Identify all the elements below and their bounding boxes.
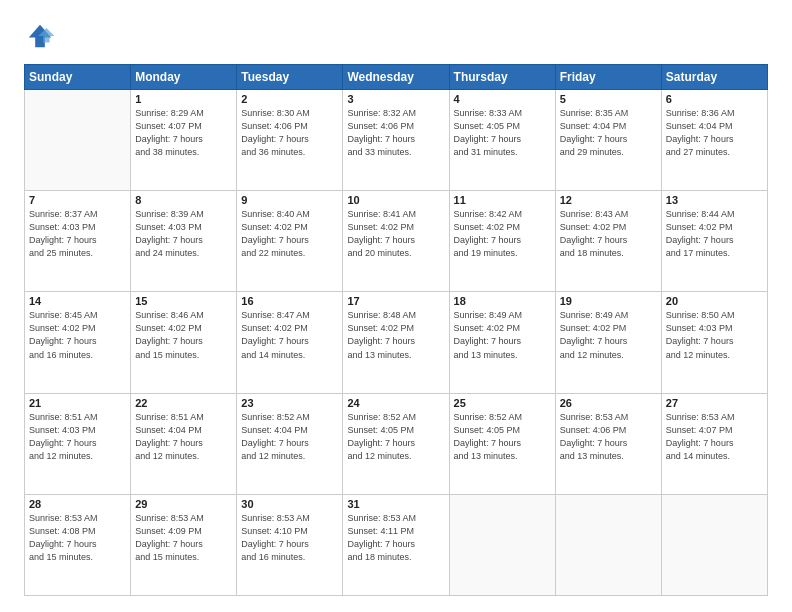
calendar-cell: 29Sunrise: 8:53 AM Sunset: 4:09 PM Dayli…: [131, 494, 237, 595]
day-info: Sunrise: 8:46 AM Sunset: 4:02 PM Dayligh…: [135, 309, 232, 361]
day-number: 8: [135, 194, 232, 206]
calendar-week-2: 7Sunrise: 8:37 AM Sunset: 4:03 PM Daylig…: [25, 191, 768, 292]
calendar-cell: 15Sunrise: 8:46 AM Sunset: 4:02 PM Dayli…: [131, 292, 237, 393]
day-number: 11: [454, 194, 551, 206]
weekday-header-friday: Friday: [555, 65, 661, 90]
day-info: Sunrise: 8:32 AM Sunset: 4:06 PM Dayligh…: [347, 107, 444, 159]
day-info: Sunrise: 8:52 AM Sunset: 4:04 PM Dayligh…: [241, 411, 338, 463]
calendar-cell: 24Sunrise: 8:52 AM Sunset: 4:05 PM Dayli…: [343, 393, 449, 494]
logo-icon: [24, 20, 56, 52]
calendar-cell: 25Sunrise: 8:52 AM Sunset: 4:05 PM Dayli…: [449, 393, 555, 494]
calendar-cell: 4Sunrise: 8:33 AM Sunset: 4:05 PM Daylig…: [449, 90, 555, 191]
day-info: Sunrise: 8:53 AM Sunset: 4:10 PM Dayligh…: [241, 512, 338, 564]
calendar-cell: 23Sunrise: 8:52 AM Sunset: 4:04 PM Dayli…: [237, 393, 343, 494]
calendar-cell: 6Sunrise: 8:36 AM Sunset: 4:04 PM Daylig…: [661, 90, 767, 191]
day-number: 23: [241, 397, 338, 409]
day-number: 20: [666, 295, 763, 307]
weekday-header-thursday: Thursday: [449, 65, 555, 90]
day-number: 28: [29, 498, 126, 510]
calendar-cell: 8Sunrise: 8:39 AM Sunset: 4:03 PM Daylig…: [131, 191, 237, 292]
day-info: Sunrise: 8:48 AM Sunset: 4:02 PM Dayligh…: [347, 309, 444, 361]
calendar-cell: 20Sunrise: 8:50 AM Sunset: 4:03 PM Dayli…: [661, 292, 767, 393]
day-number: 26: [560, 397, 657, 409]
calendar-cell: 7Sunrise: 8:37 AM Sunset: 4:03 PM Daylig…: [25, 191, 131, 292]
day-number: 29: [135, 498, 232, 510]
day-number: 19: [560, 295, 657, 307]
calendar-week-3: 14Sunrise: 8:45 AM Sunset: 4:02 PM Dayli…: [25, 292, 768, 393]
day-info: Sunrise: 8:52 AM Sunset: 4:05 PM Dayligh…: [347, 411, 444, 463]
calendar-cell: 1Sunrise: 8:29 AM Sunset: 4:07 PM Daylig…: [131, 90, 237, 191]
day-info: Sunrise: 8:53 AM Sunset: 4:08 PM Dayligh…: [29, 512, 126, 564]
day-number: 21: [29, 397, 126, 409]
day-info: Sunrise: 8:36 AM Sunset: 4:04 PM Dayligh…: [666, 107, 763, 159]
calendar-cell: 22Sunrise: 8:51 AM Sunset: 4:04 PM Dayli…: [131, 393, 237, 494]
day-info: Sunrise: 8:53 AM Sunset: 4:06 PM Dayligh…: [560, 411, 657, 463]
day-number: 25: [454, 397, 551, 409]
calendar-cell: 9Sunrise: 8:40 AM Sunset: 4:02 PM Daylig…: [237, 191, 343, 292]
calendar-cell: 30Sunrise: 8:53 AM Sunset: 4:10 PM Dayli…: [237, 494, 343, 595]
day-info: Sunrise: 8:47 AM Sunset: 4:02 PM Dayligh…: [241, 309, 338, 361]
day-info: Sunrise: 8:53 AM Sunset: 4:09 PM Dayligh…: [135, 512, 232, 564]
day-info: Sunrise: 8:44 AM Sunset: 4:02 PM Dayligh…: [666, 208, 763, 260]
calendar-cell: 2Sunrise: 8:30 AM Sunset: 4:06 PM Daylig…: [237, 90, 343, 191]
day-number: 17: [347, 295, 444, 307]
day-number: 14: [29, 295, 126, 307]
day-number: 5: [560, 93, 657, 105]
calendar-week-1: 1Sunrise: 8:29 AM Sunset: 4:07 PM Daylig…: [25, 90, 768, 191]
calendar-cell: 14Sunrise: 8:45 AM Sunset: 4:02 PM Dayli…: [25, 292, 131, 393]
day-info: Sunrise: 8:53 AM Sunset: 4:11 PM Dayligh…: [347, 512, 444, 564]
day-info: Sunrise: 8:49 AM Sunset: 4:02 PM Dayligh…: [454, 309, 551, 361]
calendar-week-5: 28Sunrise: 8:53 AM Sunset: 4:08 PM Dayli…: [25, 494, 768, 595]
day-number: 18: [454, 295, 551, 307]
day-number: 15: [135, 295, 232, 307]
day-number: 2: [241, 93, 338, 105]
weekday-header-wednesday: Wednesday: [343, 65, 449, 90]
day-number: 13: [666, 194, 763, 206]
day-number: 24: [347, 397, 444, 409]
calendar-cell: 21Sunrise: 8:51 AM Sunset: 4:03 PM Dayli…: [25, 393, 131, 494]
calendar-cell: 17Sunrise: 8:48 AM Sunset: 4:02 PM Dayli…: [343, 292, 449, 393]
day-number: 27: [666, 397, 763, 409]
day-info: Sunrise: 8:35 AM Sunset: 4:04 PM Dayligh…: [560, 107, 657, 159]
calendar-cell: 26Sunrise: 8:53 AM Sunset: 4:06 PM Dayli…: [555, 393, 661, 494]
day-number: 9: [241, 194, 338, 206]
weekday-header-monday: Monday: [131, 65, 237, 90]
calendar-cell: 3Sunrise: 8:32 AM Sunset: 4:06 PM Daylig…: [343, 90, 449, 191]
calendar-cell: 18Sunrise: 8:49 AM Sunset: 4:02 PM Dayli…: [449, 292, 555, 393]
calendar-cell: [449, 494, 555, 595]
day-info: Sunrise: 8:37 AM Sunset: 4:03 PM Dayligh…: [29, 208, 126, 260]
calendar-cell: 27Sunrise: 8:53 AM Sunset: 4:07 PM Dayli…: [661, 393, 767, 494]
calendar-cell: 12Sunrise: 8:43 AM Sunset: 4:02 PM Dayli…: [555, 191, 661, 292]
weekday-header-sunday: Sunday: [25, 65, 131, 90]
day-info: Sunrise: 8:30 AM Sunset: 4:06 PM Dayligh…: [241, 107, 338, 159]
day-info: Sunrise: 8:42 AM Sunset: 4:02 PM Dayligh…: [454, 208, 551, 260]
day-number: 4: [454, 93, 551, 105]
weekday-header-tuesday: Tuesday: [237, 65, 343, 90]
page: SundayMondayTuesdayWednesdayThursdayFrid…: [0, 0, 792, 612]
logo: [24, 20, 60, 52]
day-info: Sunrise: 8:51 AM Sunset: 4:03 PM Dayligh…: [29, 411, 126, 463]
day-number: 16: [241, 295, 338, 307]
day-info: Sunrise: 8:41 AM Sunset: 4:02 PM Dayligh…: [347, 208, 444, 260]
calendar-cell: 28Sunrise: 8:53 AM Sunset: 4:08 PM Dayli…: [25, 494, 131, 595]
calendar-cell: 10Sunrise: 8:41 AM Sunset: 4:02 PM Dayli…: [343, 191, 449, 292]
calendar-cell: [555, 494, 661, 595]
day-number: 31: [347, 498, 444, 510]
calendar-cell: 13Sunrise: 8:44 AM Sunset: 4:02 PM Dayli…: [661, 191, 767, 292]
day-info: Sunrise: 8:49 AM Sunset: 4:02 PM Dayligh…: [560, 309, 657, 361]
day-info: Sunrise: 8:29 AM Sunset: 4:07 PM Dayligh…: [135, 107, 232, 159]
day-number: 1: [135, 93, 232, 105]
day-info: Sunrise: 8:40 AM Sunset: 4:02 PM Dayligh…: [241, 208, 338, 260]
calendar: SundayMondayTuesdayWednesdayThursdayFrid…: [24, 64, 768, 596]
day-number: 12: [560, 194, 657, 206]
header: [24, 20, 768, 52]
calendar-cell: 16Sunrise: 8:47 AM Sunset: 4:02 PM Dayli…: [237, 292, 343, 393]
calendar-cell: 31Sunrise: 8:53 AM Sunset: 4:11 PM Dayli…: [343, 494, 449, 595]
calendar-cell: 5Sunrise: 8:35 AM Sunset: 4:04 PM Daylig…: [555, 90, 661, 191]
day-info: Sunrise: 8:39 AM Sunset: 4:03 PM Dayligh…: [135, 208, 232, 260]
day-number: 3: [347, 93, 444, 105]
day-number: 7: [29, 194, 126, 206]
day-info: Sunrise: 8:52 AM Sunset: 4:05 PM Dayligh…: [454, 411, 551, 463]
day-info: Sunrise: 8:33 AM Sunset: 4:05 PM Dayligh…: [454, 107, 551, 159]
calendar-cell: [25, 90, 131, 191]
